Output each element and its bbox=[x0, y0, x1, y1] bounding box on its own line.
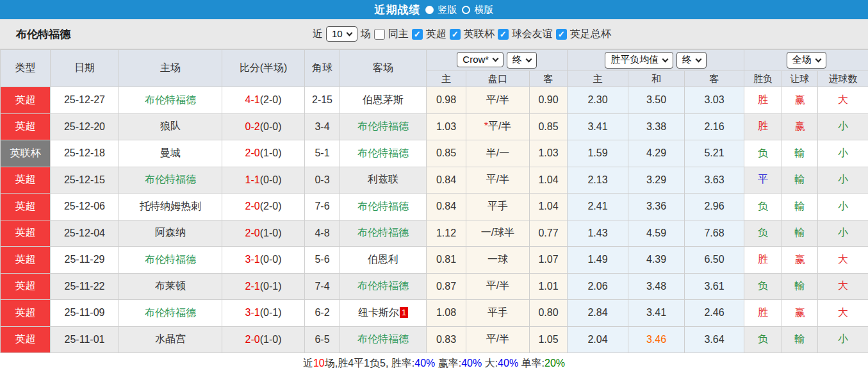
cell-handicap: 一/球半 bbox=[466, 220, 530, 247]
col-header-score: 比分(半场) bbox=[222, 50, 305, 87]
summary-segment: 40% bbox=[461, 358, 482, 369]
chevron-down-icon bbox=[695, 56, 701, 62]
avg-state-select[interactable]: 终 bbox=[676, 52, 707, 69]
summary-segment: 近 bbox=[303, 357, 313, 370]
cell-odds-home: 0.85 bbox=[427, 140, 466, 167]
scope-select[interactable]: 全场 bbox=[787, 52, 826, 69]
same-host-checkbox[interactable] bbox=[374, 29, 385, 40]
cell-avg-home: 1.59 bbox=[568, 140, 628, 167]
league-label-premier: 英超 bbox=[426, 28, 446, 41]
summary-segment: 20% bbox=[545, 358, 565, 369]
cell-score: 2-0(1-0) bbox=[222, 220, 305, 247]
cell-result: 平 bbox=[744, 167, 782, 194]
cell-home-team: 水晶宫 bbox=[119, 326, 222, 353]
near-label: 近 bbox=[313, 28, 323, 41]
cell-corner: 0-3 bbox=[305, 167, 340, 194]
sub-header-avg-away: 客 bbox=[685, 71, 744, 87]
cell-goals-result: 小 bbox=[818, 220, 868, 247]
cell-corner: 6-2 bbox=[305, 300, 340, 327]
avg-odds-select[interactable]: 胜平负均值 bbox=[605, 52, 673, 69]
cell-handicap: 一球 bbox=[466, 247, 530, 274]
filter-controls: 近 10 场 同主 ✓ 英超 ✓ 英联杯 ✓ 球会友谊 ✓ 英足总杯 bbox=[313, 19, 611, 49]
table-header: 类型 日期 主场 比分(半场) 角球 客场 Crow* 终 胜平负均值 终 全场 bbox=[1, 50, 868, 87]
bookmaker-select[interactable]: Crow* bbox=[457, 52, 504, 67]
cell-handicap: *平/半 bbox=[466, 113, 530, 140]
cell-odds-away: 1.03 bbox=[530, 140, 568, 167]
cell-date: 25-12-06 bbox=[51, 194, 119, 220]
avg-state-value: 终 bbox=[682, 54, 692, 66]
cell-goals-result: 小 bbox=[818, 194, 868, 220]
scope-group-header: 全场 bbox=[744, 50, 868, 71]
cell-league: 英超 bbox=[1, 326, 51, 353]
cell-avg-away: 3.03 bbox=[685, 87, 744, 114]
cell-odds-away: 1.04 bbox=[530, 167, 568, 194]
bookmaker-select-value: Crow* bbox=[463, 54, 489, 65]
cell-handicap-result: 輸 bbox=[782, 273, 818, 300]
same-host-label: 同主 bbox=[388, 28, 409, 41]
cell-odds-home: 1.08 bbox=[427, 300, 466, 327]
col-header-date: 日期 bbox=[51, 50, 119, 87]
cell-odds-home: 0.84 bbox=[427, 194, 466, 220]
chevron-down-icon bbox=[493, 55, 499, 62]
cell-score: 2-0(2-0) bbox=[222, 194, 305, 220]
cell-handicap: 平/半 bbox=[466, 326, 530, 353]
league-checkbox-efl-cup[interactable]: ✓ bbox=[450, 29, 461, 40]
cell-odds-home: 0.81 bbox=[427, 247, 466, 274]
cell-handicap-result: 赢 bbox=[782, 300, 818, 327]
layout-radio-horizontal-label[interactable]: 横版 bbox=[475, 4, 494, 16]
cell-result: 负 bbox=[744, 273, 782, 300]
league-checkbox-fa-cup[interactable]: ✓ bbox=[556, 29, 567, 40]
layout-radio-vertical[interactable] bbox=[425, 6, 434, 14]
layout-radio-vertical-label[interactable]: 竖版 bbox=[438, 4, 457, 16]
table-row: 英超25-12-04阿森纳2-0(1-0)4-8布伦特福德1.12一/球半0.7… bbox=[1, 220, 868, 247]
cell-handicap-result: 輸 bbox=[782, 326, 818, 353]
cell-date: 25-11-01 bbox=[51, 326, 119, 353]
avg-odds-group-header: 胜平负均值 终 bbox=[568, 50, 744, 71]
sub-header-handicap: 盘口 bbox=[466, 71, 530, 87]
cell-home-team: 布伦特福德 bbox=[119, 167, 222, 194]
cell-odds-home: 0.98 bbox=[427, 87, 466, 114]
cell-away-team: 布伦特福德 bbox=[340, 273, 427, 300]
cell-away-team: 布伦特福德 bbox=[340, 326, 427, 353]
cell-odds-away: 0.85 bbox=[530, 113, 568, 140]
league-checkbox-friendly[interactable]: ✓ bbox=[498, 29, 509, 40]
cell-odds-home: 1.12 bbox=[427, 220, 466, 247]
cell-avg-home: 3.41 bbox=[568, 113, 628, 140]
cell-league: 英超 bbox=[1, 247, 51, 274]
match-count-select[interactable]: 10 bbox=[326, 26, 357, 42]
cell-corner: 4-8 bbox=[305, 220, 340, 247]
chevron-down-icon bbox=[525, 56, 532, 62]
layout-radio-horizontal[interactable] bbox=[462, 6, 470, 14]
summary-segment: 40% bbox=[498, 358, 518, 369]
col-header-home: 主场 bbox=[119, 50, 222, 87]
cell-date: 25-12-04 bbox=[51, 220, 119, 247]
bookmaker-state-select[interactable]: 终 bbox=[507, 52, 537, 69]
cell-goals-result: 小 bbox=[818, 167, 868, 194]
cell-home-team: 布伦特福德 bbox=[119, 300, 222, 327]
league-checkbox-premier[interactable]: ✓ bbox=[412, 29, 423, 40]
cell-avg-draw: 3.41 bbox=[628, 300, 685, 327]
col-header-type: 类型 bbox=[1, 50, 51, 87]
cell-odds-away: 0.90 bbox=[530, 87, 568, 114]
cell-avg-draw: 4.39 bbox=[628, 247, 685, 274]
table-row: 英超25-12-20狼队0-2(0-0)3-4布伦特福德1.03*平/半0.85… bbox=[1, 113, 868, 140]
summary-footer: 近10场,胜4平1负5, 胜率:40% 赢率:40% 大:40% 单率:20% bbox=[0, 353, 868, 373]
cell-avg-draw: 3.48 bbox=[628, 273, 685, 300]
cell-handicap: 平/半 bbox=[466, 87, 530, 114]
cell-goals-result: 大 bbox=[818, 300, 868, 327]
cell-goals-result: 大 bbox=[818, 247, 868, 274]
cell-handicap: 平/半 bbox=[466, 273, 530, 300]
page-title: 近期战绩 bbox=[375, 3, 421, 17]
cell-score: 1-1(0-0) bbox=[222, 167, 305, 194]
cell-away-team: 纽卡斯尔1 bbox=[340, 300, 427, 327]
table-row: 英超25-11-29布伦特福德3-1(0-0)5-6伯恩利0.81一球1.071… bbox=[1, 247, 868, 274]
sub-header-let: 让球 bbox=[782, 71, 818, 87]
results-table: 类型 日期 主场 比分(半场) 角球 客场 Crow* 终 胜平负均值 终 全场 bbox=[0, 49, 868, 353]
bookmaker-state-value: 终 bbox=[512, 54, 522, 66]
cell-avg-home: 2.41 bbox=[568, 194, 628, 220]
cell-result: 胜 bbox=[744, 300, 782, 327]
cell-home-team: 布伦特福德 bbox=[119, 87, 222, 114]
summary-segment: 大: bbox=[482, 357, 498, 370]
scope-select-value: 全场 bbox=[792, 54, 812, 66]
cell-handicap-result: 輸 bbox=[782, 194, 818, 220]
